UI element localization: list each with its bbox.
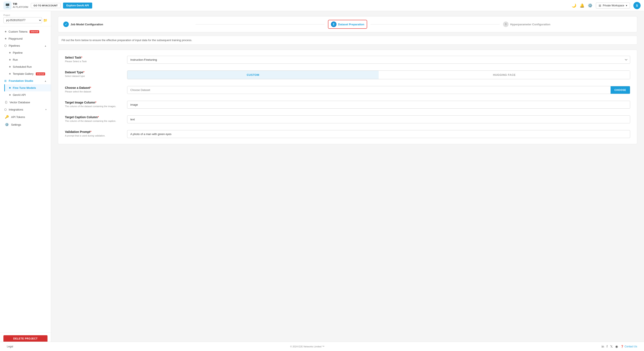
pipelines-submenu: Pipeline Run Scheduled Run Template Gall… bbox=[0, 49, 51, 77]
header-right: 🌙 🔔 ⚙️ ⊞ Private Workspace ▾ S bbox=[572, 2, 640, 9]
step-2-highlight: 2 Dataset Preparation bbox=[328, 20, 367, 29]
settings-icon[interactable]: ⚙️ bbox=[588, 3, 592, 8]
sidebar-item-label: Settings bbox=[11, 123, 21, 126]
sidebar-item-label: Fine Tune Models bbox=[13, 86, 36, 90]
workspace-label: Private Workspace bbox=[603, 4, 624, 7]
sidebar-item-genai-api[interactable]: GenAI API bbox=[4, 91, 51, 98]
sidebar-item-playground[interactable]: Playground bbox=[0, 35, 51, 42]
delete-project-button[interactable]: DELETE PROJECT bbox=[4, 335, 48, 342]
folder-icon[interactable]: 📁 bbox=[43, 18, 48, 22]
footer-copyright: © 2024 E2E Networks Limited ™ bbox=[290, 345, 324, 348]
twitter-icon[interactable]: 𝕏 bbox=[610, 344, 613, 348]
form-row-target-image: Target Image Column* The column of the d… bbox=[65, 101, 630, 108]
page-description: Fill out the form below to ensure the ef… bbox=[58, 36, 637, 44]
required-indicator: * bbox=[81, 56, 82, 59]
facebook-icon[interactable]: f bbox=[606, 344, 607, 348]
foundation-studio-icon: ⊞ bbox=[4, 79, 6, 82]
internal-badge: Internal bbox=[36, 72, 45, 76]
vector-database-icon: ⟨⟩ bbox=[5, 100, 8, 104]
chevron-up-icon: ▲ bbox=[44, 80, 47, 82]
dot-icon bbox=[9, 73, 11, 74]
target-image-input[interactable] bbox=[127, 101, 630, 108]
form-input-col-caption bbox=[127, 116, 630, 123]
sidebar-item-vector-database[interactable]: ⟨⟩ Vector Database bbox=[0, 98, 51, 106]
sidebar-item-label: Custom Tokens bbox=[8, 30, 28, 33]
contact-us-link[interactable]: ❓ Contact Us bbox=[620, 345, 637, 348]
sidebar-item-settings[interactable]: ⚙️ Settings bbox=[0, 121, 51, 128]
form-row-select-task: Select Task* Please Select a Task Instru… bbox=[65, 56, 630, 64]
step-line-2 bbox=[370, 24, 500, 24]
sidebar-item-label: GenAI API bbox=[13, 93, 26, 96]
choose-dataset-row: CHOOSE bbox=[127, 86, 630, 94]
validation-prompt-label: Validation Prompt* bbox=[65, 130, 120, 134]
sidebar-item-label: Pipeline bbox=[13, 51, 22, 54]
rss-icon[interactable]: ◉ bbox=[615, 344, 618, 348]
target-caption-sublabel: The column of the dataset containing the… bbox=[65, 120, 120, 122]
logo-text: TIR AI PLATFORM bbox=[13, 2, 28, 8]
chevron-up-icon: ▲ bbox=[44, 44, 47, 47]
workspace-selector[interactable]: ⊞ Private Workspace ▾ bbox=[596, 2, 630, 8]
project-label: Project bbox=[4, 14, 48, 16]
target-caption-input[interactable] bbox=[127, 116, 630, 123]
linkedin-icon[interactable]: in bbox=[602, 344, 604, 348]
step-3-label: Hyperparameter Configuration bbox=[510, 23, 550, 26]
required-indicator: * bbox=[83, 70, 84, 74]
sidebar-item-template-gallery[interactable]: Template Gallery Internal bbox=[4, 70, 51, 77]
moon-icon[interactable]: 🌙 bbox=[572, 3, 576, 8]
bell-icon[interactable]: 🔔 bbox=[580, 3, 584, 8]
sidebar-group-foundation-studio[interactable]: ⊞ Foundation Studio ▲ bbox=[0, 77, 51, 84]
sidebar-group-pipelines[interactable]: ⬡ Pipelines ▲ bbox=[0, 42, 51, 49]
choose-dataset-sublabel: Please select the dataset bbox=[65, 90, 120, 93]
select-task-label: Select Task* bbox=[65, 56, 120, 59]
sidebar-item-pipeline[interactable]: Pipeline bbox=[4, 49, 51, 56]
foundation-studio-left: ⊞ Foundation Studio bbox=[4, 79, 33, 82]
avatar[interactable]: S bbox=[633, 2, 640, 9]
logo-icon: 🖥️ bbox=[4, 2, 12, 10]
dot-icon bbox=[9, 59, 11, 60]
form-input-col-choose-dataset: CHOOSE bbox=[127, 86, 630, 94]
form-card: Select Task* Please Select a Task Instru… bbox=[58, 50, 637, 144]
step-2-label: Dataset Preparation bbox=[338, 23, 364, 26]
explore-genai-button[interactable]: Explore GenAI API bbox=[63, 2, 92, 8]
chevron-down-icon: ▾ bbox=[45, 108, 47, 111]
integrations-left: ⬡ Integrations bbox=[4, 108, 23, 111]
sidebar-item-label: Run bbox=[13, 58, 18, 61]
dot-icon bbox=[5, 38, 6, 40]
sidebar-item-scheduled-run[interactable]: Scheduled Run bbox=[4, 63, 51, 70]
sidebar-item-fine-tune-models[interactable]: Fine Tune Models bbox=[4, 84, 51, 91]
dot-icon bbox=[5, 31, 6, 32]
footer-legal-link[interactable]: Legal bbox=[7, 345, 13, 348]
sidebar-item-run[interactable]: Run bbox=[4, 56, 51, 63]
internal-badge: Internal bbox=[30, 30, 39, 33]
foundation-studio-label: Foundation Studio bbox=[9, 79, 33, 82]
validation-prompt-input[interactable] bbox=[127, 130, 630, 138]
sidebar-item-custom-tokens[interactable]: Custom Tokens Internal bbox=[0, 28, 51, 35]
integrations-icon: ⬡ bbox=[4, 108, 6, 111]
validation-prompt-sublabel: A prompt that is used during validation. bbox=[65, 134, 120, 137]
form-label-col-task: Select Task* Please Select a Task bbox=[65, 56, 120, 62]
pipelines-left: ⬡ Pipelines bbox=[4, 44, 20, 47]
sidebar-item-api-tokens[interactable]: 🔑 API Tokens bbox=[0, 113, 51, 121]
project-selector: Project prj-05281051077 📁 bbox=[0, 11, 51, 26]
choose-dataset-button[interactable]: CHOOSE bbox=[610, 86, 630, 94]
form-row-dataset-type: Dataset Type* Select dataset type CUSTOM… bbox=[65, 70, 630, 79]
dot-icon bbox=[9, 94, 11, 96]
choose-dataset-input[interactable] bbox=[127, 86, 610, 94]
target-image-sublabel: The column of the dataset containing the… bbox=[65, 105, 120, 108]
main-content: ✓ Job Model Configuration 2 Dataset Prep… bbox=[51, 11, 644, 351]
sidebar-item-integrations[interactable]: ⬡ Integrations ▾ bbox=[0, 106, 51, 113]
dataset-type-custom-button[interactable]: CUSTOM bbox=[127, 71, 379, 79]
top-header: 🖥️ TIR AI PLATFORM GO TO MYACCOUNT Explo… bbox=[0, 0, 644, 11]
required-indicator: * bbox=[90, 130, 91, 134]
select-task-sublabel: Please Select a Task bbox=[65, 60, 120, 62]
form-row-choose-dataset: Choose a Dataset* Please select the data… bbox=[65, 86, 630, 94]
project-select[interactable]: prj-05281051077 bbox=[4, 17, 42, 23]
required-indicator: * bbox=[90, 86, 91, 90]
settings-gear-icon: ⚙️ bbox=[5, 123, 9, 126]
dataset-type-huggingface-button[interactable]: HUGGING FACE bbox=[379, 71, 630, 79]
target-caption-label: Target Caption Column* bbox=[65, 116, 120, 119]
sidebar-item-label: Vector Database bbox=[10, 101, 30, 104]
dot-icon bbox=[9, 87, 11, 88]
select-task-dropdown[interactable]: Instruction-Finetuning bbox=[127, 56, 630, 64]
myaccount-button[interactable]: GO TO MYACCOUNT bbox=[31, 3, 60, 8]
